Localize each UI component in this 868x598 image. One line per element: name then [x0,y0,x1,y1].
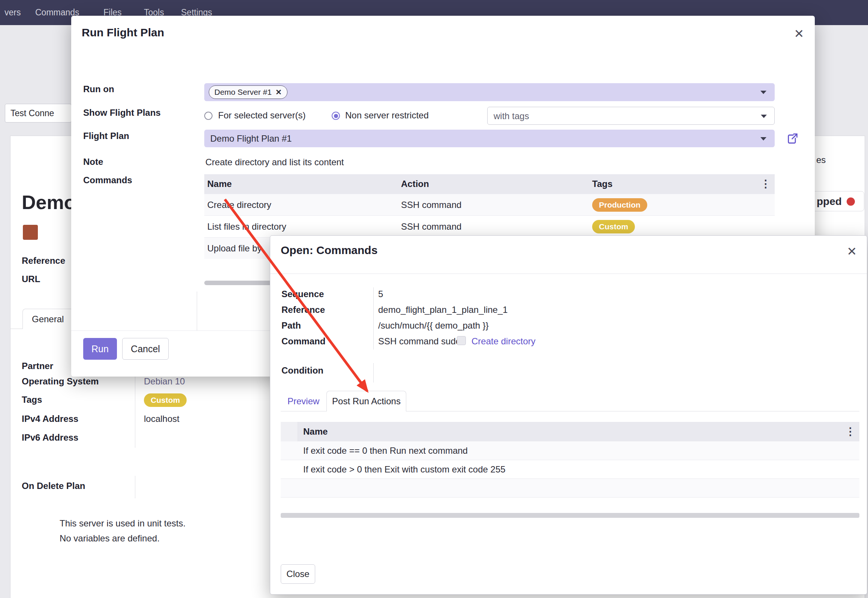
reference-value: demo_flight_plan_1_plan_line_1 [378,305,508,315]
table-row[interactable]: If exit code == 0 then Run next command [281,441,859,460]
on-delete-divider [135,476,135,498]
table-row-empty [281,479,859,498]
header-tags[interactable]: Tags [589,179,775,189]
color-swatch[interactable] [23,225,38,240]
pointer-arrow [210,187,386,408]
with-tags-value: with tags [494,111,529,121]
reference-label: Reference [22,256,65,266]
url-label: URL [22,274,40,284]
run-on-field[interactable]: Demo Server #1 ✕ [204,83,775,101]
create-directory-link[interactable]: Create directory [471,336,536,347]
screen: vers Commands Files Tools Settings Test … [0,0,868,598]
operating-system-label: Operating System [22,376,99,387]
test-connection-button[interactable]: Test Conne [5,104,72,123]
tag-badge-custom: Custom [144,393,187,407]
chevron-down-icon [761,115,767,118]
show-flight-plans-label: Show Flight Plans [83,108,161,118]
tag-badge-custom: Custom [592,220,635,233]
run-modal-title: Run Flight Plan [82,26,164,39]
radio-non-server-restricted[interactable] [332,112,340,120]
header-name[interactable]: Name [298,422,859,441]
post-run-actions-table: Name ⋮ If exit code == 0 then Run next c… [281,422,859,498]
nav-item-servers[interactable]: vers [4,0,21,25]
chevron-down-icon[interactable] [760,91,766,94]
external-link-icon[interactable] [786,132,799,145]
plan-note-text: Create directory and list its content [205,157,344,167]
status-dot [847,197,855,206]
close-icon[interactable]: ✕ [843,242,861,260]
server-tag-chip[interactable]: Demo Server #1 ✕ [209,85,287,99]
close-icon[interactable]: ✕ [790,25,808,43]
header-leading-cell [281,422,298,441]
ipv4-value: localhost [144,414,180,424]
header-action[interactable]: Action [398,179,589,189]
table-row[interactable]: If exit code > 0 then Exit with custom e… [281,460,859,479]
radio-non-server-restricted-label[interactable]: Non server restricted [345,110,429,121]
close-button[interactable]: Close [281,564,315,584]
truncated-right-text: es [816,155,826,165]
ipv6-label: IPv6 Address [22,432,78,443]
on-delete-plan-label: On Delete Plan [22,481,85,491]
table-header: Name ⋮ [281,422,859,441]
note-label: Note [83,157,103,167]
radio-for-selected-servers-label[interactable]: For selected server(s) [218,110,305,121]
cancel-button[interactable]: Cancel [122,338,169,360]
radio-for-selected-servers[interactable] [204,112,213,120]
form-divider [197,292,197,330]
command-value: SSH command sudo [378,336,461,347]
sudo-checkbox[interactable] [457,336,466,345]
run-button[interactable]: Run [83,338,117,360]
row-action: SSH command [398,200,589,210]
server-tag-label: Demo Server #1 [214,88,272,97]
table-options-icon[interactable]: ⋮ [760,179,771,189]
unit-test-note-line1: This server is used in unit tests. [60,518,186,529]
commands-label: Commands [83,175,132,185]
tags-label: Tags [22,395,42,405]
server-title: Demo [22,191,76,214]
ipv4-label: IPv4 Address [22,414,78,424]
with-tags-select[interactable]: with tags [487,107,775,125]
flight-plan-value: Demo Flight Plan #1 [210,133,292,144]
tag-badge-production: Production [592,198,647,212]
unit-test-note-line2: No variables are defined. [60,533,160,544]
status-text: pped [817,196,842,208]
partner-label: Partner [22,361,53,371]
operating-system-value[interactable]: Debian 10 [144,376,185,387]
remove-tag-icon[interactable]: ✕ [275,88,282,97]
chevron-down-icon [760,137,766,141]
flight-plan-select[interactable]: Demo Flight Plan #1 [204,130,775,147]
horizontal-scrollbar[interactable] [281,513,859,518]
run-on-label: Run on [83,84,114,94]
path-value: /such/much/{{ demo_path }} [378,320,489,331]
row-action: SSH command [398,221,589,232]
flight-plan-label: Flight Plan [83,131,129,141]
table-options-icon[interactable]: ⋮ [845,426,856,437]
